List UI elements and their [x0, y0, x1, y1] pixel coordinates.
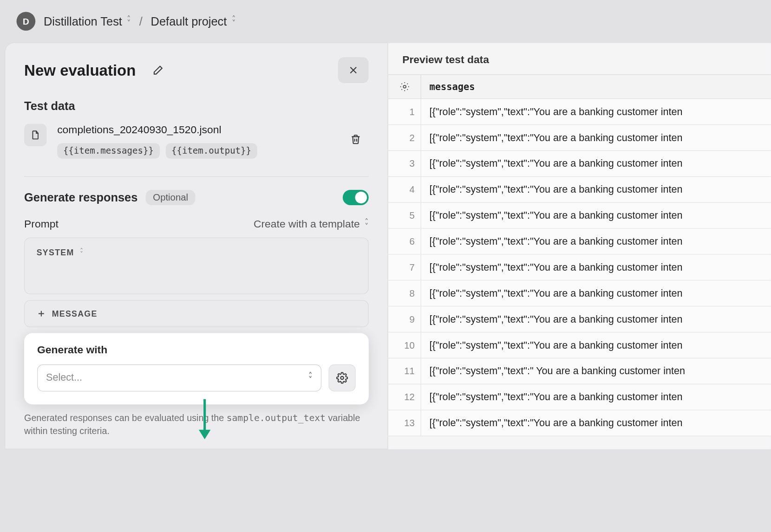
breadcrumb: D Distillation Test / Default project	[0, 0, 771, 38]
row-message: [{"role":"system","text":"You are a bank…	[421, 384, 771, 410]
plus-icon	[37, 309, 46, 318]
row-number: 2	[388, 125, 421, 150]
row-message: [{"role":"system","text":"You are a bank…	[421, 125, 771, 150]
row-number: 10	[388, 332, 421, 358]
row-message: [{"role":"system","text":"You are a bank…	[421, 99, 771, 124]
row-message: [{"role":"system","text":" You are a ban…	[421, 358, 771, 384]
row-message: [{"role":"system","text":"You are a bank…	[421, 306, 771, 332]
prompt-label: Prompt	[24, 218, 59, 231]
row-number: 4	[388, 177, 421, 202]
table-row[interactable]: 5[{"role":"system","text":"You are a ban…	[388, 203, 771, 229]
chevron-updown-icon	[127, 17, 131, 26]
add-message-label: MESSAGE	[52, 309, 98, 318]
row-message: [{"role":"system","text":"You are a bank…	[421, 332, 771, 358]
breadcrumb-project[interactable]: Default project	[151, 14, 236, 28]
generate-with-label: Generate with	[37, 344, 356, 356]
model-select-placeholder: Select...	[46, 372, 82, 383]
preview-heading: Preview test data	[388, 43, 771, 74]
row-number: 12	[388, 384, 421, 410]
create-with-template-button[interactable]: Create with a template	[254, 218, 369, 231]
row-number: 3	[388, 151, 421, 176]
row-message: [{"role":"system","text":"You are a bank…	[421, 281, 771, 306]
grid-settings-button[interactable]	[388, 75, 421, 98]
table-row[interactable]: 6[{"role":"system","text":"You are a ban…	[388, 229, 771, 255]
row-message: [{"role":"system","text":"You are a bank…	[421, 177, 771, 202]
svg-point-0	[340, 376, 343, 379]
avatar-letter: D	[23, 16, 29, 26]
row-number: 11	[388, 358, 421, 384]
chevron-updown-icon	[365, 220, 369, 228]
trash-icon	[350, 133, 361, 145]
row-message: [{"role":"system","text":"You are a bank…	[421, 229, 771, 254]
test-data-heading: Test data	[24, 100, 369, 113]
model-settings-button[interactable]	[328, 364, 355, 391]
breadcrumb-org[interactable]: Distillation Test	[44, 14, 131, 28]
system-role-label: SYSTEM	[37, 247, 74, 257]
left-panel: New evaluation Test data completions_202…	[5, 42, 388, 449]
row-number: 5	[388, 203, 421, 228]
variable-chip[interactable]: {{item.messages}}	[57, 143, 159, 159]
system-prompt-box[interactable]: SYSTEM	[24, 238, 369, 294]
row-message: [{"role":"system","text":"You are a bank…	[421, 410, 771, 436]
breadcrumb-org-label: Distillation Test	[44, 14, 122, 28]
column-messages-header[interactable]: messages	[421, 75, 771, 98]
create-with-template-label: Create with a template	[254, 218, 360, 231]
file-icon	[30, 130, 41, 140]
table-row[interactable]: 10[{"role":"system","text":"You are a ba…	[388, 332, 771, 358]
generate-hint: Generated responses can be evaluated usi…	[24, 411, 369, 438]
add-message-button[interactable]: MESSAGE	[24, 300, 369, 327]
chevron-updown-icon	[308, 374, 313, 382]
table-row[interactable]: 13[{"role":"system","text":"You are a ba…	[388, 410, 771, 436]
table-row[interactable]: 1[{"role":"system","text":"You are a ban…	[388, 99, 771, 125]
chevron-updown-icon	[232, 17, 236, 26]
optional-badge: Optional	[146, 190, 195, 205]
preview-panel: Preview test data messages 1[{"role":"sy…	[388, 42, 771, 449]
generate-responses-heading: Generate responses	[24, 191, 137, 204]
hint-code: sample.output_text	[227, 413, 326, 423]
row-number: 6	[388, 229, 421, 254]
delete-file-button[interactable]	[343, 126, 369, 152]
avatar[interactable]: D	[17, 12, 36, 31]
table-row[interactable]: 7[{"role":"system","text":"You are a ban…	[388, 255, 771, 281]
gear-icon	[336, 372, 348, 383]
row-message: [{"role":"system","text":"You are a bank…	[421, 255, 771, 280]
generate-responses-toggle[interactable]	[343, 190, 369, 205]
test-data-file: completions_20240930_1520.jsonl {{item.m…	[24, 124, 369, 159]
divider	[24, 176, 369, 177]
row-number: 1	[388, 99, 421, 124]
table-row[interactable]: 3[{"role":"system","text":"You are a ban…	[388, 151, 771, 177]
file-name: completions_20240930_1520.jsonl	[57, 124, 332, 136]
hint-prefix: Generated responses can be evaluated usi…	[24, 413, 227, 423]
table-row[interactable]: 12[{"role":"system","text":"You are a ba…	[388, 384, 771, 410]
file-icon-box	[24, 124, 46, 146]
model-select[interactable]: Select...	[37, 364, 321, 391]
row-message: [{"role":"system","text":"You are a bank…	[421, 151, 771, 176]
table-row[interactable]: 4[{"role":"system","text":"You are a ban…	[388, 177, 771, 203]
row-number: 7	[388, 255, 421, 280]
gear-icon	[399, 81, 410, 92]
variable-chip[interactable]: {{item.output}}	[165, 143, 257, 159]
table-row[interactable]: 2[{"role":"system","text":"You are a ban…	[388, 125, 771, 151]
preview-grid-header: messages	[388, 74, 771, 99]
table-row[interactable]: 11[{"role":"system","text":" You are a b…	[388, 358, 771, 384]
table-row[interactable]: 9[{"role":"system","text":"You are a ban…	[388, 306, 771, 332]
row-number: 13	[388, 410, 421, 436]
pencil-icon	[152, 64, 164, 76]
edit-button[interactable]	[145, 57, 171, 83]
row-number: 8	[388, 281, 421, 306]
svg-point-2	[403, 85, 406, 88]
breadcrumb-project-label: Default project	[151, 14, 227, 28]
breadcrumb-separator: /	[139, 14, 143, 28]
row-message: [{"role":"system","text":"You are a bank…	[421, 203, 771, 228]
table-row[interactable]: 8[{"role":"system","text":"You are a ban…	[388, 281, 771, 307]
close-button[interactable]	[338, 57, 369, 83]
page-title: New evaluation	[24, 61, 136, 79]
chevron-updown-icon[interactable]	[80, 249, 84, 256]
close-icon	[347, 64, 359, 76]
generate-with-card: Generate with Select...	[24, 333, 369, 405]
row-number: 9	[388, 306, 421, 332]
